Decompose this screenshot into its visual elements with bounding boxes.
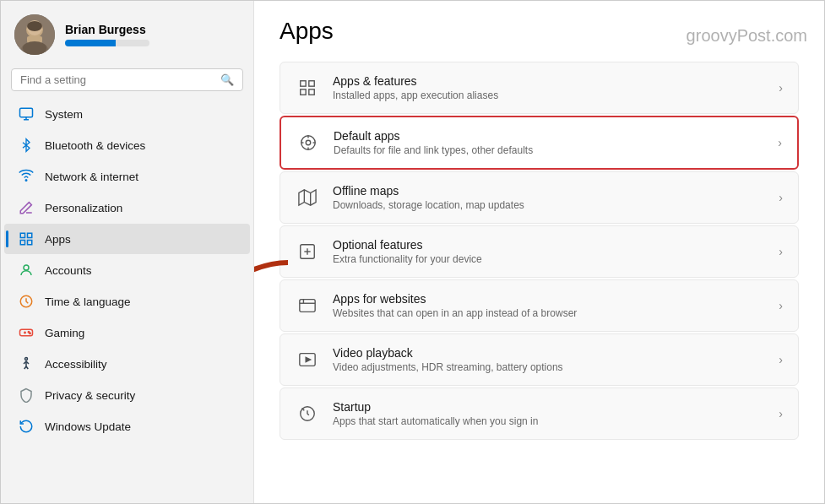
svg-point-10	[25, 180, 27, 182]
sidebar-label-gaming: Gaming	[45, 327, 236, 339]
user-name: Brian Burgess	[65, 23, 149, 36]
svg-point-22	[25, 358, 28, 360]
user-progress-bar	[65, 40, 149, 46]
svg-point-6	[23, 41, 46, 55]
svg-rect-29	[309, 89, 314, 95]
offline-maps-title: Offline maps	[333, 184, 765, 198]
svg-rect-26	[301, 81, 306, 86]
offline-maps-chevron: ›	[779, 191, 783, 204]
sidebar-label-network: Network & internet	[45, 171, 236, 183]
settings-item-startup[interactable]: Startup Apps that start automatically wh…	[280, 387, 799, 440]
sidebar-item-time[interactable]: Time & language	[4, 286, 250, 317]
search-icon[interactable]: 🔍	[220, 73, 234, 86]
sidebar-label-time: Time & language	[45, 295, 236, 308]
sidebar: Brian Burgess 🔍 System	[1, 1, 254, 503]
startup-desc: Apps that start automatically when you s…	[333, 415, 765, 427]
sidebar-item-gaming[interactable]: Gaming	[4, 317, 250, 348]
personalization-icon	[18, 199, 35, 216]
startup-text: Startup Apps that start automatically wh…	[333, 400, 765, 427]
sidebar-nav: System Bluetooth & devices Network & int…	[1, 98, 253, 442]
main-content: groovyPost.com Apps Apps & features Inst…	[254, 1, 824, 503]
gaming-icon	[18, 324, 35, 341]
search-box[interactable]: 🔍	[11, 68, 243, 91]
sidebar-item-update[interactable]: Windows Update	[4, 411, 250, 442]
offline-maps-desc: Downloads, storage location, map updates	[333, 199, 765, 211]
video-playback-desc: Video adjustments, HDR streaming, batter…	[333, 361, 765, 373]
settings-item-default-apps[interactable]: Default apps Defaults for file and link …	[280, 116, 799, 170]
startup-chevron: ›	[779, 407, 783, 420]
apps-features-title: Apps & features	[333, 74, 765, 88]
sidebar-label-update: Windows Update	[45, 420, 236, 433]
bluetooth-icon	[18, 137, 35, 154]
apps-features-text: Apps & features Installed apps, app exec…	[333, 74, 765, 101]
sidebar-item-personalization[interactable]: Personalization	[4, 192, 250, 223]
update-icon	[18, 418, 35, 435]
svg-point-31	[306, 140, 311, 145]
video-playback-title: Video playback	[333, 346, 765, 360]
startup-title: Startup	[333, 400, 765, 414]
settings-list: Apps & features Installed apps, app exec…	[280, 62, 799, 440]
active-indicator	[6, 230, 8, 247]
svg-rect-13	[20, 241, 24, 245]
offline-maps-text: Offline maps Downloads, storage location…	[333, 184, 765, 211]
apps-features-chevron: ›	[779, 81, 783, 95]
svg-rect-28	[301, 89, 306, 95]
accounts-icon	[18, 262, 35, 279]
sidebar-item-accessibility[interactable]: Accessibility	[4, 349, 250, 379]
search-input[interactable]	[20, 73, 214, 86]
sidebar-item-privacy[interactable]: Privacy & security	[4, 380, 250, 410]
apps-websites-text: Apps for websites Websites that can open…	[333, 292, 765, 319]
default-apps-title: Default apps	[334, 129, 764, 143]
apps-websites-title: Apps for websites	[333, 292, 765, 306]
sidebar-item-network[interactable]: Network & internet	[4, 161, 250, 192]
sidebar-item-bluetooth[interactable]: Bluetooth & devices	[4, 130, 250, 160]
settings-item-video-playback[interactable]: Video playback Video adjustments, HDR st…	[280, 333, 799, 386]
system-icon	[18, 106, 35, 122]
apps-icon	[18, 230, 35, 247]
settings-item-apps-features[interactable]: Apps & features Installed apps, app exec…	[280, 62, 799, 114]
sidebar-item-apps[interactable]: Apps	[4, 224, 250, 254]
sidebar-label-privacy: Privacy & security	[45, 389, 236, 402]
sidebar-label-accessibility: Accessibility	[45, 358, 236, 371]
time-icon	[18, 293, 35, 310]
settings-item-apps-websites[interactable]: Apps for websites Websites that can open…	[280, 279, 799, 332]
sidebar-label-system: System	[45, 108, 236, 121]
svg-line-25	[26, 366, 28, 369]
default-apps-text: Default apps Defaults for file and link …	[334, 129, 764, 156]
svg-rect-42	[300, 300, 315, 312]
sidebar-item-system[interactable]: System	[4, 99, 250, 129]
apps-features-desc: Installed apps, app execution aliases	[333, 89, 765, 101]
svg-point-21	[30, 333, 31, 334]
svg-rect-14	[28, 241, 32, 245]
svg-marker-36	[299, 190, 316, 205]
startup-icon	[296, 402, 319, 425]
optional-features-text: Optional features Extra functionality fo…	[333, 238, 765, 265]
sidebar-label-apps: Apps	[45, 233, 236, 246]
video-playback-chevron: ›	[779, 353, 783, 366]
privacy-icon	[18, 387, 35, 404]
video-playback-text: Video playback Video adjustments, HDR st…	[333, 346, 765, 373]
settings-item-optional-features[interactable]: Optional features Extra functionality fo…	[280, 225, 799, 278]
video-playback-icon	[296, 348, 319, 371]
offline-maps-icon	[296, 186, 319, 209]
svg-rect-12	[28, 233, 32, 237]
apps-websites-desc: Websites that can open in an app instead…	[333, 307, 765, 319]
apps-features-icon	[296, 76, 319, 100]
default-apps-icon	[296, 131, 320, 154]
optional-features-icon	[296, 240, 319, 263]
watermark: groovyPost.com	[687, 26, 807, 46]
network-icon	[18, 168, 35, 185]
optional-features-desc: Extra functionality for your device	[333, 253, 765, 265]
svg-point-4	[27, 21, 42, 31]
svg-line-48	[302, 409, 305, 411]
settings-item-offline-maps[interactable]: Offline maps Downloads, storage location…	[280, 171, 799, 224]
sidebar-label-personalization: Personalization	[45, 202, 236, 214]
apps-websites-chevron: ›	[779, 299, 783, 312]
optional-features-chevron: ›	[779, 245, 783, 258]
sidebar-item-accounts[interactable]: Accounts	[4, 255, 250, 285]
accessibility-icon	[18, 355, 35, 372]
default-apps-chevron: ›	[778, 136, 782, 149]
user-info: Brian Burgess	[65, 23, 149, 46]
default-apps-desc: Defaults for file and link types, other …	[334, 144, 764, 156]
svg-marker-46	[306, 357, 311, 362]
